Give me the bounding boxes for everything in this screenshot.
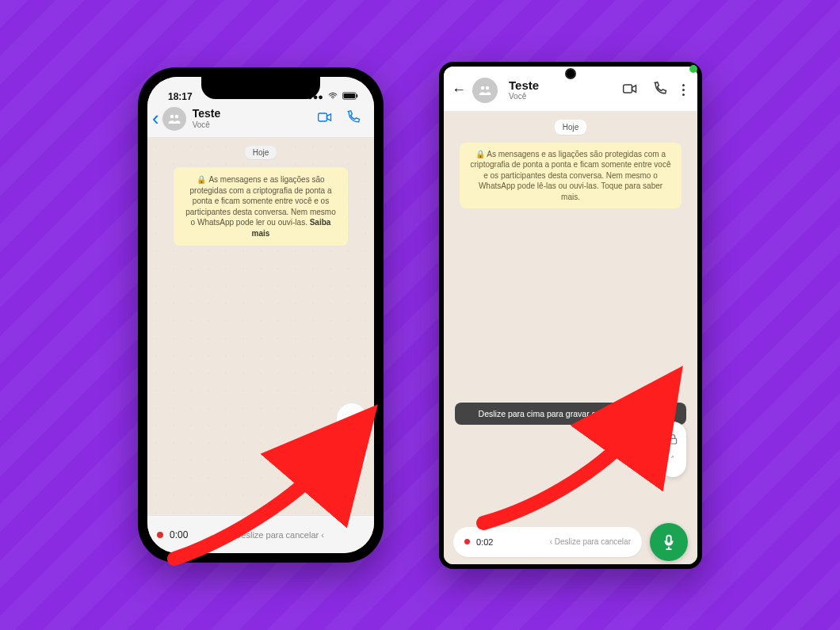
encryption-text: As mensagens e as ligações são protegida… bbox=[471, 150, 671, 201]
ios-header-actions bbox=[317, 109, 366, 128]
date-separator: Hoje bbox=[555, 120, 587, 135]
slide-to-cancel-hint[interactable]: ‹ Deslize para cancelar bbox=[499, 537, 631, 546]
recording-timer: 0:00 bbox=[170, 529, 188, 540]
mic-in-use-indicator-icon bbox=[689, 65, 697, 73]
android-device-frame: ← Teste Você Hoje bbox=[439, 62, 702, 569]
chevron-left-icon: ‹ bbox=[321, 530, 324, 540]
chat-title-block[interactable]: Teste Você bbox=[193, 108, 317, 128]
chat-subtitle: Você bbox=[509, 92, 617, 101]
lock-icon: 🔒 bbox=[197, 175, 206, 184]
android-header-actions bbox=[622, 81, 689, 100]
chat-avatar[interactable] bbox=[162, 107, 186, 131]
ios-chat-area: Hoje 🔒As mensagens e as ligações são pro… bbox=[147, 138, 374, 515]
more-options-button[interactable] bbox=[682, 84, 685, 96]
lock-icon bbox=[345, 416, 359, 430]
android-camera-punchhole bbox=[567, 70, 575, 78]
iphone-notch bbox=[201, 77, 320, 99]
encryption-notice[interactable]: 🔒As mensagens e as ligações são protegid… bbox=[174, 167, 348, 246]
recording-input-field[interactable]: 0:02 ‹ Deslize para cancelar bbox=[453, 527, 642, 557]
ios-recording-bar: 0:00 Deslize para cancelar ‹ bbox=[147, 515, 374, 553]
back-button[interactable]: ← bbox=[450, 82, 468, 98]
group-icon bbox=[478, 83, 492, 97]
microphone-record-button[interactable] bbox=[650, 523, 688, 561]
back-button[interactable]: ‹ bbox=[152, 106, 162, 131]
ios-status-time: 18:17 bbox=[168, 91, 193, 102]
iphone-device-frame: 18:17 ●●● ‹ Teste Você bbox=[138, 67, 384, 563]
chevron-up-icon: ˄ bbox=[670, 455, 675, 465]
video-call-button[interactable] bbox=[622, 81, 638, 100]
microphone-icon bbox=[660, 533, 678, 551]
svg-rect-1 bbox=[344, 94, 356, 98]
group-icon bbox=[167, 112, 181, 126]
lock-icon: 🔒 bbox=[475, 150, 487, 158]
chat-title-block[interactable]: Teste Você bbox=[509, 79, 617, 101]
swipe-up-lock-pill[interactable]: ˄ bbox=[659, 422, 686, 477]
svg-rect-4 bbox=[348, 422, 357, 429]
lock-icon bbox=[666, 433, 679, 445]
recording-timer: 0:02 bbox=[476, 537, 493, 547]
android-chat-area: Hoje 🔒 As mensagens e as ligações são pr… bbox=[444, 112, 697, 520]
swipe-up-lock-pill[interactable]: ˄ bbox=[336, 403, 368, 471]
slide-to-cancel-hint[interactable]: Deslize para cancelar ‹ bbox=[194, 530, 365, 540]
svg-rect-6 bbox=[669, 438, 676, 444]
wifi-icon bbox=[328, 91, 338, 102]
voice-call-button[interactable] bbox=[652, 81, 668, 100]
android-screen: ← Teste Você Hoje bbox=[444, 67, 697, 564]
date-separator: Hoje bbox=[245, 146, 277, 159]
svg-rect-5 bbox=[624, 85, 632, 93]
recording-indicator-icon bbox=[157, 532, 163, 538]
encryption-notice[interactable]: 🔒 As mensagens e as ligações são protegi… bbox=[460, 143, 682, 209]
hands-free-tooltip: Deslize para cima para gravar com as mão… bbox=[455, 403, 686, 425]
video-call-button[interactable] bbox=[317, 109, 333, 128]
chat-avatar[interactable] bbox=[472, 78, 498, 103]
android-recording-bar: 0:02 ‹ Deslize para cancelar bbox=[444, 520, 697, 564]
recording-indicator-icon bbox=[464, 539, 470, 544]
chevron-up-icon: ˄ bbox=[349, 447, 354, 458]
iphone-screen: 18:17 ●●● ‹ Teste Você bbox=[147, 77, 374, 553]
chat-subtitle: Você bbox=[193, 120, 317, 129]
chat-title: Teste bbox=[509, 79, 617, 93]
battery-icon bbox=[342, 92, 358, 101]
voice-call-button[interactable] bbox=[346, 109, 361, 128]
svg-rect-3 bbox=[319, 113, 327, 121]
ios-chat-header: ‹ Teste Você bbox=[147, 104, 374, 138]
chat-title: Teste bbox=[193, 108, 317, 120]
svg-rect-2 bbox=[357, 94, 358, 97]
tooltip-text: Deslize para cima para gravar com as mão… bbox=[479, 409, 663, 418]
